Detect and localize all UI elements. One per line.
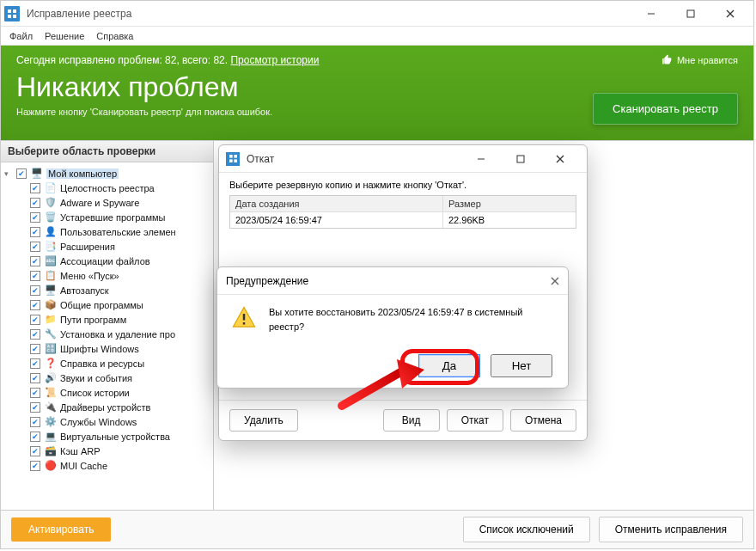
table-row[interactable]: 2023/05/24 16:59:47 22.96KB	[230, 212, 576, 228]
tree-item[interactable]: ✔📜Список истории	[1, 385, 213, 400]
rollback-button[interactable]: Откат	[447, 409, 503, 432]
checkbox[interactable]: ✔	[30, 256, 40, 266]
item-icon: 🔧	[44, 328, 57, 340]
tree-item[interactable]: ✔📄Целостность реестра	[1, 181, 213, 195]
app-icon	[226, 152, 240, 166]
tree-item[interactable]: ✔🔌Драйверы устройств	[1, 400, 213, 414]
exclusions-button[interactable]: Список исключений	[463, 517, 590, 542]
col-date[interactable]: Дата создания	[230, 196, 443, 211]
dialog-close-button[interactable]	[540, 146, 580, 172]
minimize-button[interactable]	[631, 1, 671, 27]
yes-button[interactable]: Да	[418, 354, 480, 377]
history-link[interactable]: Просмотр истории	[230, 54, 319, 66]
checkbox[interactable]: ✔	[30, 388, 40, 398]
tree-item[interactable]: ✔🔊Звуки и события	[1, 370, 213, 385]
item-icon: 🔊	[44, 371, 57, 384]
close-button[interactable]	[710, 1, 750, 27]
no-button[interactable]: Нет	[491, 354, 552, 377]
menu-file[interactable]: Файл	[9, 31, 33, 41]
svg-rect-19	[243, 322, 246, 325]
checkbox[interactable]: ✔	[30, 183, 40, 193]
checkbox[interactable]: ✔	[30, 198, 40, 208]
checkbox[interactable]: ✔	[30, 271, 40, 281]
checkbox[interactable]: ✔	[30, 358, 40, 369]
tree-item[interactable]: ✔🛡️Adware и Spyware	[1, 195, 213, 210]
like-label: Мне нравится	[677, 55, 738, 65]
tree-item[interactable]: ✔📑Расширения	[1, 239, 213, 254]
menu-solution[interactable]: Решение	[45, 31, 84, 41]
checkbox[interactable]: ✔	[30, 344, 40, 354]
tree-item[interactable]: ✔🔤Ассоциации файлов	[1, 254, 213, 268]
view-button[interactable]: Вид	[383, 409, 440, 432]
item-icon: 🔤	[44, 254, 57, 267]
svg-rect-13	[517, 156, 524, 162]
checkbox[interactable]: ✔	[30, 227, 40, 237]
maximize-button[interactable]	[671, 1, 710, 27]
checkbox[interactable]: ✔	[30, 461, 40, 471]
undo-fixes-button[interactable]: Отменить исправления	[599, 517, 743, 542]
checkbox[interactable]: ✔	[30, 329, 40, 340]
svg-rect-18	[243, 314, 246, 321]
delete-button[interactable]: Удалить	[229, 409, 298, 432]
checkbox[interactable]: ✔	[30, 432, 40, 442]
checkbox[interactable]: ✔	[30, 373, 40, 383]
warning-title: Предупреждение	[226, 275, 308, 287]
tree-item[interactable]: ✔❓Справка и ресурсы	[1, 356, 213, 370]
checkbox[interactable]: ✔	[30, 417, 40, 427]
scan-tree[interactable]: ▾✔🖥️Мой компьютер✔📄Целостность реестра✔🛡…	[1, 162, 213, 510]
item-icon: 📋	[44, 269, 57, 282]
checkbox[interactable]: ✔	[30, 315, 40, 325]
checkbox[interactable]: ✔	[30, 285, 40, 296]
warning-dialog: Предупреждение Вы хотите восстановить 20…	[216, 266, 569, 389]
tree-item-label: Расширения	[60, 242, 115, 252]
dialog-maximize-button[interactable]	[501, 146, 540, 172]
tree-item[interactable]: ✔💻Виртуальные устройства	[1, 429, 213, 444]
tree-item[interactable]: ✔🗃️Кэш ARP	[1, 444, 213, 458]
tree-item-label: Устаревшие программы	[60, 212, 165, 223]
backup-table[interactable]: Дата создания Размер 2023/05/24 16:59:47…	[229, 195, 576, 229]
checkbox[interactable]: ✔	[16, 168, 27, 179]
footer: Активировать Список исключений Отменить …	[1, 510, 753, 548]
tree-item[interactable]: ✔📁Пути программ	[1, 312, 213, 327]
cell-size: 22.96KB	[443, 212, 576, 228]
tree-item[interactable]: ✔👤Пользовательские элемен	[1, 224, 213, 239]
item-icon: ❓	[44, 357, 57, 370]
sidebar-title: Выберите область проверки	[1, 141, 213, 162]
item-icon: 💻	[44, 430, 57, 443]
menu-help[interactable]: Справка	[96, 31, 133, 41]
tree-item-label: Шрифты Windows	[60, 344, 139, 354]
checkbox[interactable]: ✔	[30, 212, 40, 223]
tree-item[interactable]: ✔📦Общие программы	[1, 297, 213, 312]
tree-item[interactable]: ✔⚙️Службы Windows	[1, 414, 213, 429]
item-icon: 📜	[44, 386, 57, 399]
item-icon: 🔌	[44, 401, 57, 413]
col-size[interactable]: Размер	[443, 196, 576, 211]
item-icon: 📦	[44, 298, 57, 311]
tree-item-label: Автозапуск	[60, 285, 109, 296]
warning-close-button[interactable]	[551, 274, 559, 288]
checkbox[interactable]: ✔	[30, 242, 40, 252]
dialog-minimize-button[interactable]	[461, 146, 501, 172]
tree-item[interactable]: ✔🔠Шрифты Windows	[1, 341, 213, 356]
tree-item[interactable]: ✔🔧Установка и удаление про	[1, 327, 213, 341]
rollback-title: Откат	[247, 153, 461, 165]
activate-button[interactable]: Активировать	[11, 517, 111, 542]
checkbox[interactable]: ✔	[30, 446, 40, 456]
checkbox[interactable]: ✔	[30, 300, 40, 310]
tree-root[interactable]: ▾✔🖥️Мой компьютер	[1, 166, 213, 181]
cancel-button[interactable]: Отмена	[510, 409, 576, 432]
tree-item[interactable]: ✔🖥️Автозапуск	[1, 283, 213, 297]
like-button[interactable]: Мне нравится	[662, 54, 738, 65]
tree-item[interactable]: ✔🗑️Устаревшие программы	[1, 210, 213, 224]
chevron-down-icon[interactable]: ▾	[4, 169, 13, 178]
item-icon: 🔴	[44, 459, 57, 472]
svg-rect-10	[229, 159, 233, 162]
warning-icon	[231, 305, 257, 331]
tree-item-label: Кэш ARP	[60, 446, 101, 456]
svg-rect-8	[229, 155, 233, 158]
scan-registry-button[interactable]: Сканировать реестр	[593, 93, 738, 125]
checkbox[interactable]: ✔	[30, 402, 40, 413]
tree-item[interactable]: ✔🔴MUI Cache	[1, 458, 213, 473]
tree-item[interactable]: ✔📋Меню «Пуск»	[1, 268, 213, 283]
menubar: Файл Решение Справка	[1, 27, 753, 46]
